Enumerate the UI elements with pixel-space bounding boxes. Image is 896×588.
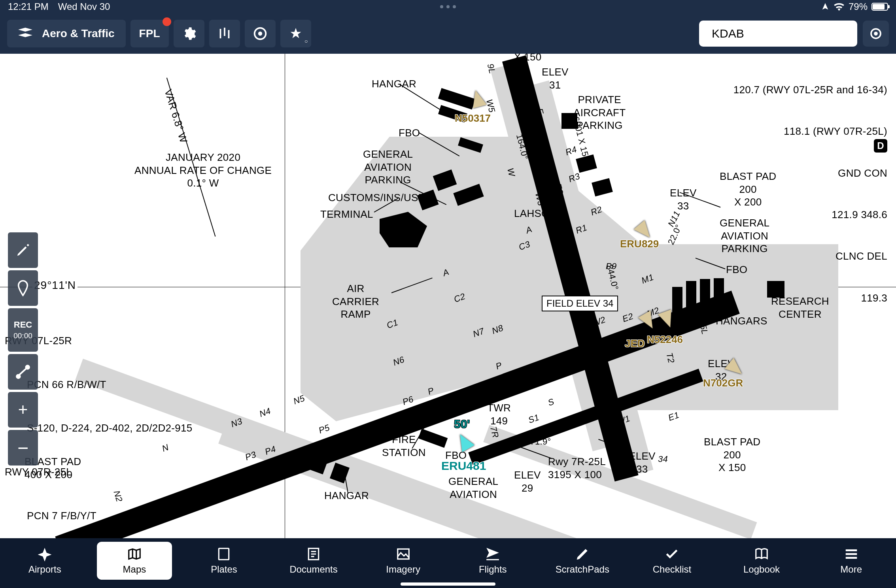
svg-point-4 bbox=[875, 32, 877, 35]
draw-tool-button[interactable] bbox=[8, 232, 38, 268]
tab-more[interactable]: More bbox=[814, 538, 889, 583]
traffic-eru829: ERU829 bbox=[620, 238, 659, 250]
route-tool-button[interactable] bbox=[8, 354, 38, 390]
svg-rect-7 bbox=[219, 548, 229, 560]
twy-N4: N4 bbox=[258, 405, 272, 420]
tab-scratchpads[interactable]: ScratchPads bbox=[545, 538, 620, 583]
settings-button[interactable] bbox=[174, 20, 204, 47]
top-toolbar: Aero & Traffic FPL ○ ✕ bbox=[0, 13, 896, 54]
layers-icon bbox=[18, 28, 32, 40]
twy-S: S bbox=[546, 396, 556, 408]
fpl-alert-badge bbox=[163, 17, 171, 26]
lbl-hangar-s: HANGAR bbox=[324, 489, 369, 502]
compass-icon bbox=[36, 547, 53, 562]
search-box[interactable]: ✕ bbox=[699, 21, 857, 47]
check-icon bbox=[663, 547, 681, 562]
app-root: 12:21 PM Wed Nov 30 79% Aero & Traffic F… bbox=[0, 0, 896, 588]
lbl-customs: CUSTOMS/INS/USDA bbox=[328, 191, 433, 204]
lbl-twr: TWR 149 bbox=[487, 401, 511, 427]
pencil-icon bbox=[15, 243, 30, 258]
lbl-lahso: LAHSO bbox=[514, 207, 550, 220]
gauge-icon bbox=[253, 26, 268, 41]
imagery-icon bbox=[395, 547, 412, 562]
d-badge: D bbox=[874, 139, 887, 153]
battery-icon bbox=[871, 3, 888, 11]
map-icon bbox=[126, 547, 143, 562]
favorites-button[interactable]: ○ bbox=[280, 20, 311, 47]
audio-button[interactable] bbox=[209, 20, 240, 47]
zoom-out-button[interactable]: − bbox=[8, 430, 38, 466]
record-button[interactable]: REC 00:00 bbox=[8, 308, 38, 352]
waypoint-tool-button[interactable] bbox=[8, 270, 38, 306]
lbl-ga-n: GENERAL AVIATION PARKING bbox=[363, 148, 413, 187]
latitude-label: 29°11'N bbox=[32, 279, 78, 292]
lbl-fbo-e: FBO bbox=[726, 263, 747, 276]
timer-button[interactable] bbox=[245, 20, 276, 47]
pin-icon bbox=[16, 279, 30, 297]
star-icon bbox=[289, 27, 302, 40]
twy-W5: W5 bbox=[484, 98, 497, 113]
lbl-terminal: TERMINAL bbox=[320, 208, 373, 221]
zoom-in-button[interactable]: + bbox=[8, 392, 38, 428]
map-canvas[interactable]: 29°11'N FIEL bbox=[0, 54, 896, 538]
center-map-button[interactable] bbox=[863, 21, 889, 47]
tab-logbook[interactable]: Logbook bbox=[724, 538, 799, 583]
lbl-hangar-n: HANGAR bbox=[372, 77, 416, 90]
annual-rate-label: JANUARY 2020 ANNUAL RATE OF CHANGE 0.1° … bbox=[134, 151, 272, 190]
lbl-aircarrier: AIR CARRIER RAMP bbox=[332, 282, 379, 321]
tab-documents[interactable]: Documents bbox=[276, 538, 351, 583]
plate-icon bbox=[215, 547, 233, 562]
search-input[interactable] bbox=[712, 27, 862, 40]
rec-label: REC bbox=[14, 320, 32, 330]
map-tool-rail: REC 00:00 + − bbox=[8, 232, 38, 466]
ownship-alt: 50' bbox=[454, 417, 470, 431]
lbl-071: 071.9° bbox=[525, 436, 551, 447]
variation-label: VAR 6.8° W bbox=[162, 88, 190, 144]
multitask-dots[interactable] bbox=[440, 5, 456, 8]
tab-airports[interactable]: Airports bbox=[7, 538, 82, 583]
layers-aero-button[interactable]: Aero & Traffic bbox=[7, 20, 126, 47]
lbl-research: RESEARCH CENTER bbox=[771, 295, 829, 320]
pencil-icon bbox=[574, 547, 591, 562]
book-icon bbox=[753, 547, 770, 562]
wifi-icon bbox=[834, 2, 845, 11]
tab-imagery[interactable]: Imagery bbox=[366, 538, 441, 583]
plane-icon bbox=[484, 547, 501, 562]
tab-maps[interactable]: Maps bbox=[97, 542, 172, 580]
svg-point-1 bbox=[259, 32, 261, 35]
tab-checklist[interactable]: Checklist bbox=[634, 538, 709, 583]
equalizer-icon bbox=[217, 26, 232, 41]
traffic-eru481: ERU481 bbox=[441, 459, 486, 473]
rwy-end-34: 34 bbox=[658, 454, 668, 465]
twy-E1: E1 bbox=[667, 409, 681, 423]
lbl-ga-e: GENERAL AVIATION PARKING bbox=[720, 217, 769, 255]
status-date: Wed Nov 30 bbox=[58, 1, 110, 12]
twy-P9: P9 bbox=[606, 261, 617, 272]
tab-plates[interactable]: Plates bbox=[186, 538, 261, 583]
lbl-elev31: ELEV 31 bbox=[542, 66, 569, 91]
lbl-hangars-e: HANGARS bbox=[716, 315, 767, 328]
crosshair-icon bbox=[869, 26, 883, 41]
document-icon bbox=[305, 547, 322, 562]
traffic-n52246: N52246 bbox=[647, 334, 683, 346]
fpl-button[interactable]: FPL bbox=[130, 20, 169, 47]
battery-pct: 79% bbox=[849, 1, 868, 12]
lbl-elev29: ELEV 29 bbox=[514, 469, 541, 494]
traffic-n702gr: N702GR bbox=[703, 377, 743, 389]
lbl-elev33-s: ELEV 33 bbox=[629, 450, 656, 475]
bottom-tab-bar: Airports Maps Plates Documents Imagery F… bbox=[0, 538, 896, 588]
twy-S1: S1 bbox=[527, 412, 541, 426]
rec-time: 00:00 bbox=[13, 332, 32, 340]
home-indicator[interactable] bbox=[401, 582, 495, 586]
traffic-jed: JED bbox=[625, 337, 645, 350]
field-elev-box: FIELD ELEV 34 bbox=[542, 296, 618, 311]
lbl-blast-se: BLAST PAD 200 X 150 bbox=[704, 435, 760, 474]
lbl-elev33: ELEV 33 bbox=[670, 187, 697, 212]
ios-status-bar: 12:21 PM Wed Nov 30 79% bbox=[0, 0, 896, 13]
lbl-x150-top: X 150 bbox=[514, 54, 541, 64]
menu-icon bbox=[843, 547, 860, 562]
route-icon bbox=[15, 364, 31, 380]
tab-flights[interactable]: Flights bbox=[455, 538, 530, 583]
lbl-fbo-n: FBO bbox=[399, 126, 420, 139]
lbl-rwy7r: Rwy 7R-25L 3195 X 100 bbox=[548, 455, 606, 481]
